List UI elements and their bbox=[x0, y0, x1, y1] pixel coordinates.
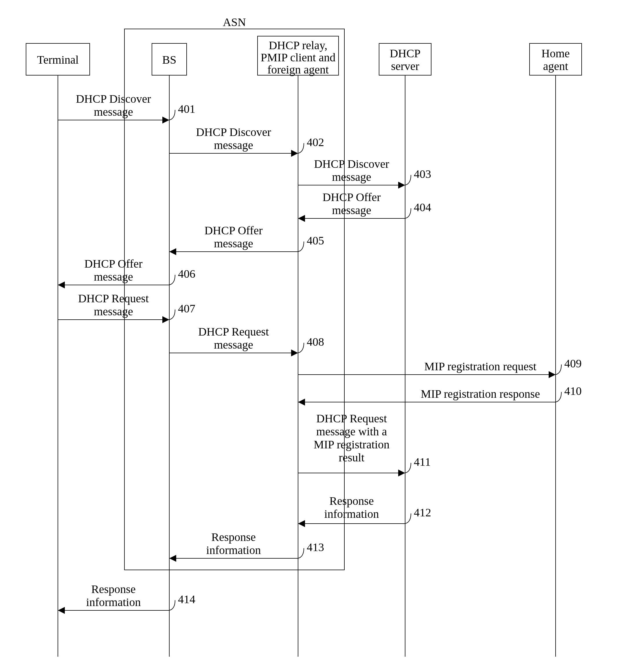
msg-404-l1: DHCP Offer bbox=[322, 191, 380, 204]
msg-413-l2: information bbox=[206, 544, 261, 556]
participant-relay-l1: DHCP relay, bbox=[269, 39, 328, 52]
msg-404-l2: message bbox=[332, 204, 371, 217]
msg-403-l2: message bbox=[332, 170, 371, 183]
num-411: 411 bbox=[414, 455, 431, 468]
tick-402 bbox=[298, 143, 304, 153]
msg-411-l2: message with a bbox=[316, 425, 387, 438]
msg-405-l1: DHCP Offer bbox=[204, 224, 262, 237]
msg-406-l2: message bbox=[94, 270, 133, 283]
num-410: 410 bbox=[564, 384, 582, 397]
asn-label: ASN bbox=[223, 15, 246, 29]
msg-401-l2: message bbox=[94, 105, 133, 118]
participant-relay-l2: PMIP client and bbox=[261, 51, 336, 64]
msg-407-l2: message bbox=[94, 305, 133, 318]
tick-410 bbox=[555, 392, 562, 402]
msg-408-l2: message bbox=[214, 338, 253, 351]
msg-412-l2: information bbox=[324, 507, 379, 520]
tick-412 bbox=[405, 513, 411, 523]
tick-409 bbox=[555, 365, 562, 375]
num-413: 413 bbox=[307, 541, 324, 554]
num-407: 407 bbox=[178, 302, 195, 315]
tick-403 bbox=[405, 175, 411, 185]
asn-container bbox=[124, 29, 344, 570]
num-401: 401 bbox=[178, 102, 195, 116]
tick-414 bbox=[169, 600, 175, 611]
participant-ha-l2: agent bbox=[543, 59, 568, 73]
num-405: 405 bbox=[307, 234, 324, 247]
num-414: 414 bbox=[178, 593, 195, 606]
num-408: 408 bbox=[307, 335, 324, 348]
tick-411 bbox=[405, 463, 411, 473]
participant-dhcp-l2: server bbox=[391, 59, 419, 73]
msg-407-l1: DHCP Request bbox=[78, 292, 149, 305]
participant-dhcp-l1: DHCP bbox=[390, 47, 421, 60]
tick-407 bbox=[169, 309, 175, 320]
num-412: 412 bbox=[414, 506, 431, 519]
msg-406-l1: DHCP Offer bbox=[84, 257, 142, 270]
msg-411-l3: MIP registration bbox=[314, 438, 389, 451]
msg-410: MIP registration response bbox=[421, 387, 540, 401]
msg-412-l1: Response bbox=[329, 494, 374, 507]
num-409: 409 bbox=[564, 357, 582, 370]
msg-411-l1: DHCP Request bbox=[316, 412, 387, 425]
num-404: 404 bbox=[414, 201, 431, 214]
msg-413-l1: Response bbox=[211, 531, 255, 544]
num-406: 406 bbox=[178, 267, 195, 280]
msg-414-l1: Response bbox=[91, 583, 135, 596]
msg-409: MIP registration request bbox=[424, 360, 536, 373]
tick-408 bbox=[298, 343, 304, 353]
msg-401-l1: DHCP Discover bbox=[76, 92, 151, 105]
num-402: 402 bbox=[307, 136, 324, 149]
msg-411-l4: result bbox=[339, 451, 365, 464]
tick-406 bbox=[169, 275, 175, 285]
tick-404 bbox=[405, 208, 411, 218]
msg-402-l2: message bbox=[214, 138, 253, 152]
msg-408-l1: DHCP Request bbox=[198, 325, 269, 338]
participant-terminal-label: Terminal bbox=[37, 53, 79, 66]
num-403: 403 bbox=[414, 167, 431, 180]
tick-405 bbox=[298, 242, 304, 252]
msg-414-l2: information bbox=[86, 596, 141, 608]
participant-bs-label: BS bbox=[162, 53, 176, 66]
msg-405-l2: message bbox=[214, 237, 253, 250]
participant-relay-l3: foreign agent bbox=[267, 63, 329, 76]
msg-403-l1: DHCP Discover bbox=[314, 157, 389, 170]
tick-413 bbox=[298, 548, 304, 558]
msg-402-l1: DHCP Discover bbox=[196, 126, 271, 138]
participant-ha-l1: Home bbox=[541, 47, 570, 60]
tick-401 bbox=[169, 110, 175, 120]
